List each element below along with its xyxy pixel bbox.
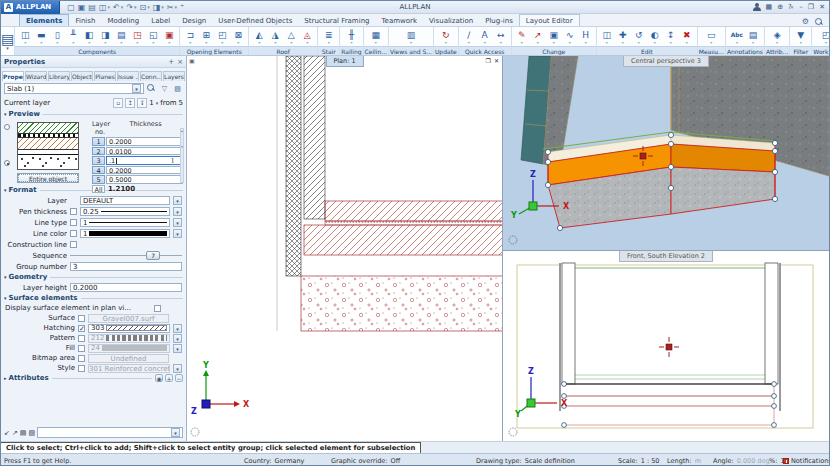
- delete-icon[interactable]: ✖▾: [679, 29, 695, 45]
- perspective-viewport-title[interactable]: Central perspective 3: [623, 56, 709, 67]
- surface-elements-section-header[interactable]: ▾Surface elements: [1, 293, 186, 303]
- update-3d-icon[interactable]: ↻▾: [438, 29, 454, 45]
- chevron-down-icon[interactable]: ▾: [174, 4, 177, 10]
- panel-search-icon[interactable]: [146, 83, 157, 94]
- viewport-maximize-icon[interactable]: ❐: [486, 57, 491, 64]
- allplan-logo-button[interactable]: A ALLPLAN: [1, 1, 60, 14]
- chevron-down-icon[interactable]: ▾: [147, 4, 150, 10]
- style-checkbox[interactable]: [78, 365, 85, 372]
- door-icon[interactable]: ⊐▾: [182, 29, 198, 45]
- stair-icon[interactable]: ≣▾: [321, 29, 337, 45]
- style-button[interactable]: 301 Reinforced concrete: [88, 364, 170, 373]
- workspace-plan-icon[interactable]: ◰▾: [818, 29, 830, 45]
- dimension-line-icon[interactable]: ↔▾: [493, 29, 509, 45]
- foundation-icon[interactable]: ╨▾: [65, 29, 81, 45]
- fill-checkbox[interactable]: [78, 345, 85, 352]
- chevron-down-icon[interactable]: ▾: [107, 4, 110, 10]
- chevron-down-icon[interactable]: ▾: [173, 364, 182, 373]
- group-number-input[interactable]: 3: [70, 262, 182, 271]
- menu-tab-elements[interactable]: Elements: [19, 14, 69, 26]
- preview-section-header[interactable]: ▾Preview: [1, 109, 186, 119]
- panel-close-icon[interactable]: ×: [177, 58, 183, 66]
- stretch-icon[interactable]: ↕▾: [663, 29, 679, 45]
- chevron-down-icon[interactable]: ▾: [132, 84, 141, 93]
- mirror-icon[interactable]: ◐▾: [647, 29, 663, 45]
- chevron-down-icon[interactable]: ▾: [134, 4, 137, 10]
- panel-tab-planes[interactable]: Planes: [94, 71, 116, 81]
- menu-tab-structural-framing[interactable]: Structural Framing: [298, 15, 375, 26]
- ceiling-icon[interactable]: ▦▾: [368, 29, 384, 45]
- menu-tab-visualization[interactable]: Visualization: [423, 15, 479, 26]
- annotate-abc-icon[interactable]: Abc▾: [729, 29, 745, 45]
- move-icon[interactable]: ✚▾: [615, 29, 631, 45]
- all-button[interactable]: All: [92, 185, 105, 194]
- save-icon[interactable]: ▤: [87, 2, 97, 13]
- chevron-down-icon[interactable]: ▾: [173, 196, 182, 205]
- thickness-input[interactable]: .1I: [106, 156, 183, 165]
- layer-number-button[interactable]: 1: [92, 137, 105, 146]
- recess-icon[interactable]: ◱▾: [145, 29, 161, 45]
- line-color-dropdown[interactable]: 1: [80, 229, 170, 238]
- save-favorite-icon[interactable]: ▤: [20, 429, 27, 437]
- components-flyout-button[interactable]: ▤ ▾: [1, 27, 15, 55]
- preview-radio-top[interactable]: [4, 124, 10, 130]
- roof-frame-icon[interactable]: △▾: [283, 29, 299, 45]
- window-arrange-icon[interactable]: ◫: [98, 2, 108, 13]
- menu-tab-finish[interactable]: Finish: [69, 15, 101, 26]
- perspective-drawing[interactable]: Z X Y: [503, 56, 829, 251]
- copy-icon[interactable]: ⊡: [138, 2, 147, 13]
- text-icon[interactable]: A▾: [477, 29, 493, 45]
- chevron-down-icon[interactable]: ▾: [173, 344, 182, 353]
- layer-number-button[interactable]: 2: [92, 147, 105, 156]
- viewport-menu-icon[interactable]: ▣: [189, 57, 195, 64]
- menu-tab-label[interactable]: Label: [145, 15, 176, 26]
- window-icon[interactable]: ⊞▾: [198, 29, 214, 45]
- favorite-combo[interactable]: ▾: [37, 427, 183, 438]
- help-icon[interactable]: ?▾: [788, 2, 794, 13]
- menu-tab-user-defined-objects[interactable]: User-Defined Objects: [212, 15, 298, 26]
- redo-icon[interactable]: ↷: [125, 2, 134, 13]
- layer-number-button[interactable]: 4: [92, 166, 105, 175]
- rotate-icon[interactable]: ↺▾: [631, 29, 647, 45]
- slab-icon[interactable]: ▤▾: [113, 29, 129, 45]
- bitmap-checkbox[interactable]: [78, 355, 85, 362]
- wall-opening-icon[interactable]: ◳▾: [129, 29, 145, 45]
- elevation-drawing[interactable]: Z X Y: [503, 251, 829, 441]
- fill-dropdown[interactable]: 24: [88, 344, 170, 353]
- search-icon[interactable]: [815, 18, 823, 26]
- preview-radio-entire[interactable]: [4, 160, 10, 166]
- layer-height-input[interactable]: 0.2000: [70, 283, 182, 292]
- plan-drawing[interactable]: Y X Z: [187, 56, 503, 441]
- panel-tab-layers[interactable]: Layers: [163, 71, 185, 81]
- elevation-viewport[interactable]: Front, South Elevation 2: [503, 251, 829, 441]
- pattern-checkbox[interactable]: [78, 335, 85, 342]
- wall-icon[interactable]: ◫▾: [17, 29, 33, 45]
- open-project-icon[interactable]: ▣: [77, 2, 87, 13]
- menu-tab-design[interactable]: Design: [176, 15, 212, 26]
- menu-tab-layout-editor[interactable]: Layout Editor: [519, 14, 580, 26]
- assign-attributes-icon[interactable]: ◈▾: [769, 29, 785, 45]
- label-icon[interactable]: ▤▾: [745, 29, 761, 45]
- thickness-input[interactable]: 0.2000: [106, 137, 183, 146]
- niche-icon[interactable]: ⊠▾: [230, 29, 246, 45]
- line-color-checkbox[interactable]: [70, 230, 77, 237]
- upstand-wall-icon[interactable]: ◧▾: [81, 29, 97, 45]
- chevron-down-icon[interactable]: ▾: [161, 4, 164, 10]
- pen-thickness-checkbox[interactable]: [70, 208, 77, 215]
- roof-plane-icon[interactable]: ◭▾: [251, 29, 267, 45]
- thickness-input[interactable]: 0.0100: [106, 147, 183, 156]
- notifications-button[interactable]: Notifications: [783, 457, 830, 465]
- perspective-viewport[interactable]: Central perspective 3: [503, 56, 829, 251]
- layer-up-icon[interactable]: ↥: [125, 98, 135, 108]
- thickness-input[interactable]: 0.5000: [106, 175, 183, 184]
- attributes-add-icon[interactable]: +: [165, 374, 173, 382]
- line-type-dropdown[interactable]: 1: [80, 218, 170, 227]
- roof-covering-icon[interactable]: ◮▾: [267, 29, 283, 45]
- chevron-down-icon[interactable]: ▾: [156, 100, 159, 106]
- chevron-down-icon[interactable]: ▾: [173, 218, 182, 227]
- railing-icon[interactable]: ╫▾: [343, 29, 359, 45]
- chevron-down-icon[interactable]: ▾: [121, 4, 124, 10]
- dormer-icon[interactable]: ◬▾: [299, 29, 315, 45]
- undo-icon[interactable]: ↶: [112, 2, 121, 13]
- viewport-close-icon[interactable]: ✕: [494, 57, 499, 64]
